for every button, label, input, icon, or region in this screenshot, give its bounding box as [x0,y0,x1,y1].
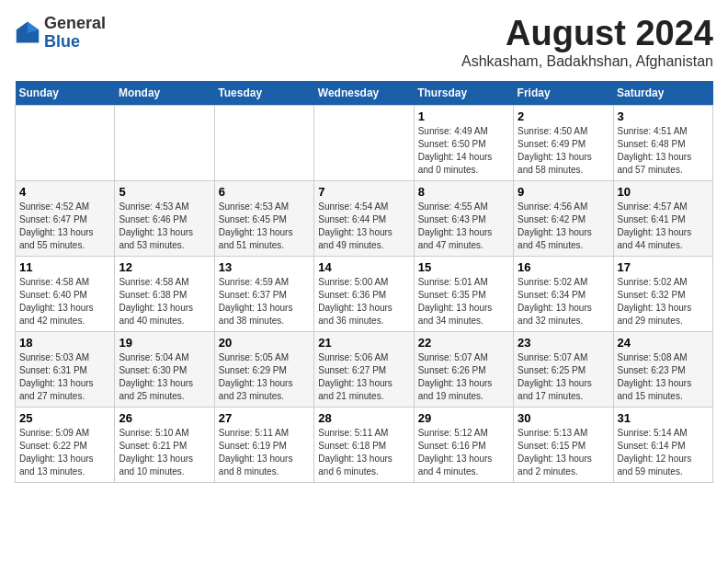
day-number: 7 [318,185,409,199]
calendar-cell: 19Sunrise: 5:04 AM Sunset: 6:30 PM Dayli… [115,331,214,407]
calendar-cell: 5Sunrise: 4:53 AM Sunset: 6:46 PM Daylig… [115,180,214,256]
day-number: 19 [119,336,210,350]
day-info: Sunrise: 4:58 AM Sunset: 6:40 PM Dayligh… [19,276,110,327]
column-header-tuesday: Tuesday [214,81,313,106]
day-number: 6 [219,185,310,199]
day-number: 31 [618,411,709,425]
day-number: 8 [418,185,509,199]
calendar-week-4: 18Sunrise: 5:03 AM Sunset: 6:31 PM Dayli… [16,331,713,407]
calendar-cell: 9Sunrise: 4:56 AM Sunset: 6:42 PM Daylig… [514,180,613,256]
logo-text: General Blue [44,15,106,52]
calendar-cell [214,105,313,180]
sub-title: Ashkasham, Badakhshan, Afghanistan [461,53,713,70]
day-info: Sunrise: 5:02 AM Sunset: 6:32 PM Dayligh… [618,276,709,327]
day-number: 10 [618,185,709,199]
day-number: 4 [19,185,110,199]
calendar-cell: 16Sunrise: 5:02 AM Sunset: 6:34 PM Dayli… [514,256,613,331]
day-info: Sunrise: 4:53 AM Sunset: 6:45 PM Dayligh… [219,201,310,252]
calendar-cell [16,105,115,180]
day-number: 21 [318,336,409,350]
day-info: Sunrise: 5:07 AM Sunset: 6:26 PM Dayligh… [418,351,509,403]
day-number: 5 [119,185,210,199]
logo-icon [15,20,40,46]
calendar-cell: 4Sunrise: 4:52 AM Sunset: 6:47 PM Daylig… [16,180,115,256]
calendar-cell: 20Sunrise: 5:05 AM Sunset: 6:29 PM Dayli… [214,331,313,407]
calendar-cell: 10Sunrise: 4:57 AM Sunset: 6:41 PM Dayli… [613,180,712,256]
day-number: 12 [119,260,210,274]
day-info: Sunrise: 5:05 AM Sunset: 6:29 PM Dayligh… [219,351,310,403]
day-number: 26 [119,411,210,425]
day-info: Sunrise: 5:00 AM Sunset: 6:36 PM Dayligh… [318,276,409,327]
column-header-wednesday: Wednesday [314,81,414,106]
calendar-cell: 11Sunrise: 4:58 AM Sunset: 6:40 PM Dayli… [16,256,115,331]
calendar-cell: 24Sunrise: 5:08 AM Sunset: 6:23 PM Dayli… [613,331,712,407]
title-area: August 2024 Ashkasham, Badakhshan, Afgha… [461,15,713,70]
calendar-week-5: 25Sunrise: 5:09 AM Sunset: 6:22 PM Dayli… [16,407,713,482]
day-info: Sunrise: 5:04 AM Sunset: 6:30 PM Dayligh… [119,351,210,403]
calendar-cell: 8Sunrise: 4:55 AM Sunset: 6:43 PM Daylig… [414,180,513,256]
day-number: 20 [219,336,310,350]
day-number: 3 [618,109,709,123]
day-info: Sunrise: 5:03 AM Sunset: 6:31 PM Dayligh… [19,351,110,403]
calendar-cell: 7Sunrise: 4:54 AM Sunset: 6:44 PM Daylig… [314,180,414,256]
calendar-cell [115,105,214,180]
calendar-cell: 13Sunrise: 4:59 AM Sunset: 6:37 PM Dayli… [214,256,313,331]
calendar-cell: 15Sunrise: 5:01 AM Sunset: 6:35 PM Dayli… [414,256,513,331]
day-number: 23 [518,336,609,350]
day-info: Sunrise: 5:07 AM Sunset: 6:25 PM Dayligh… [518,351,609,403]
logo-blue: Blue [44,32,80,51]
day-info: Sunrise: 4:49 AM Sunset: 6:50 PM Dayligh… [418,125,509,177]
calendar-cell: 14Sunrise: 5:00 AM Sunset: 6:36 PM Dayli… [314,256,414,331]
day-number: 30 [518,411,609,425]
calendar-cell: 2Sunrise: 4:50 AM Sunset: 6:49 PM Daylig… [514,105,613,180]
calendar-cell: 22Sunrise: 5:07 AM Sunset: 6:26 PM Dayli… [414,331,513,407]
day-info: Sunrise: 5:01 AM Sunset: 6:35 PM Dayligh… [418,276,509,327]
day-number: 18 [19,336,110,350]
calendar-cell: 18Sunrise: 5:03 AM Sunset: 6:31 PM Dayli… [16,331,115,407]
day-number: 11 [19,260,110,274]
day-info: Sunrise: 5:11 AM Sunset: 6:18 PM Dayligh… [318,427,409,478]
day-info: Sunrise: 5:11 AM Sunset: 6:19 PM Dayligh… [219,427,310,478]
day-number: 13 [219,260,310,274]
column-header-friday: Friday [514,81,613,106]
day-info: Sunrise: 4:54 AM Sunset: 6:44 PM Dayligh… [318,201,409,252]
calendar-week-3: 11Sunrise: 4:58 AM Sunset: 6:40 PM Dayli… [16,256,713,331]
day-number: 25 [19,411,110,425]
calendar-cell: 1Sunrise: 4:49 AM Sunset: 6:50 PM Daylig… [414,105,513,180]
day-number: 24 [618,336,709,350]
calendar-cell: 30Sunrise: 5:13 AM Sunset: 6:15 PM Dayli… [514,407,613,482]
calendar-week-2: 4Sunrise: 4:52 AM Sunset: 6:47 PM Daylig… [16,180,713,256]
day-number: 15 [418,260,509,274]
calendar-cell: 3Sunrise: 4:51 AM Sunset: 6:48 PM Daylig… [613,105,712,180]
day-info: Sunrise: 4:51 AM Sunset: 6:48 PM Dayligh… [618,125,709,177]
calendar-cell: 28Sunrise: 5:11 AM Sunset: 6:18 PM Dayli… [314,407,414,482]
calendar-cell: 31Sunrise: 5:14 AM Sunset: 6:14 PM Dayli… [613,407,712,482]
calendar-cell: 12Sunrise: 4:58 AM Sunset: 6:38 PM Dayli… [115,256,214,331]
calendar-cell: 17Sunrise: 5:02 AM Sunset: 6:32 PM Dayli… [613,256,712,331]
day-number: 29 [418,411,509,425]
logo-general: General [44,14,106,32]
day-info: Sunrise: 5:10 AM Sunset: 6:21 PM Dayligh… [119,427,210,478]
day-info: Sunrise: 4:58 AM Sunset: 6:38 PM Dayligh… [119,276,210,327]
day-number: 9 [518,185,609,199]
calendar-cell: 6Sunrise: 4:53 AM Sunset: 6:45 PM Daylig… [214,180,313,256]
calendar-cell: 21Sunrise: 5:06 AM Sunset: 6:27 PM Dayli… [314,331,414,407]
day-info: Sunrise: 4:59 AM Sunset: 6:37 PM Dayligh… [219,276,310,327]
day-info: Sunrise: 4:56 AM Sunset: 6:42 PM Dayligh… [518,201,609,252]
page-header: General Blue August 2024 Ashkasham, Bada… [15,15,713,70]
calendar-cell: 23Sunrise: 5:07 AM Sunset: 6:25 PM Dayli… [514,331,613,407]
day-number: 2 [518,109,609,123]
calendar-cell: 29Sunrise: 5:12 AM Sunset: 6:16 PM Dayli… [414,407,513,482]
day-info: Sunrise: 5:09 AM Sunset: 6:22 PM Dayligh… [19,427,110,478]
column-header-saturday: Saturday [613,81,712,106]
calendar-cell: 27Sunrise: 5:11 AM Sunset: 6:19 PM Dayli… [214,407,313,482]
calendar-cell: 25Sunrise: 5:09 AM Sunset: 6:22 PM Dayli… [16,407,115,482]
column-header-sunday: Sunday [16,81,115,106]
day-number: 27 [219,411,310,425]
day-info: Sunrise: 4:52 AM Sunset: 6:47 PM Dayligh… [19,201,110,252]
calendar-header-row: SundayMondayTuesdayWednesdayThursdayFrid… [16,81,713,106]
day-number: 1 [418,109,509,123]
day-number: 28 [318,411,409,425]
day-info: Sunrise: 5:02 AM Sunset: 6:34 PM Dayligh… [518,276,609,327]
column-header-monday: Monday [115,81,214,106]
